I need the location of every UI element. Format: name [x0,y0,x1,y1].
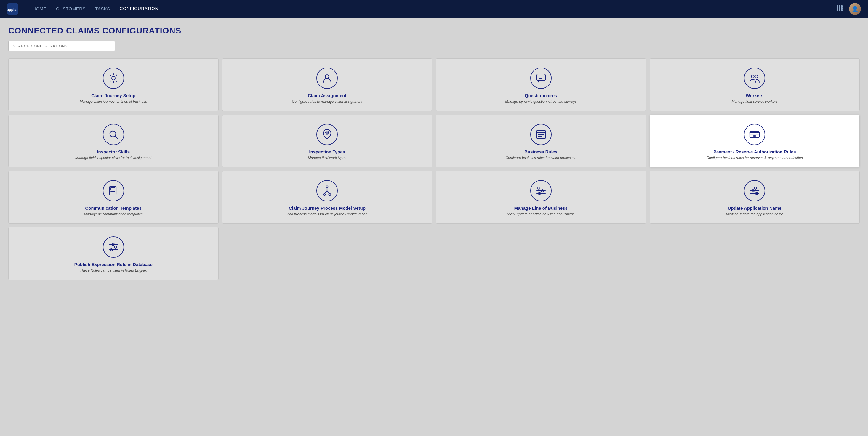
card-inspection-types[interactable]: Inspection TypesManage field work types [222,115,433,167]
navbar: appian HOME CUSTOMERS TASKS CONFIGURATIO… [0,0,868,18]
card-title-claim-journey-process: Claim Journey Process Model Setup [289,206,366,211]
svg-rect-9 [839,9,840,11]
workers-icon [744,67,765,89]
card-claim-assignment[interactable]: Claim AssignmentConfigure rules to manag… [222,58,433,111]
card-manage-lob[interactable]: Manage Line of BusinessView, update or a… [436,171,646,224]
card-desc-publish-expression: These Rules can be used in Rules Engine. [80,268,147,273]
svg-rect-5 [837,7,838,9]
card-desc-claim-journey-process: Add process models for claim journey con… [287,212,367,216]
svg-point-14 [751,75,754,78]
svg-point-12 [325,75,329,78]
avatar[interactable]: 👤 [849,3,861,15]
card-title-inspection-types: Inspection Types [309,149,345,154]
nav-tasks[interactable]: TASKS [95,6,110,12]
nav-customers[interactable]: CUSTOMERS [56,6,86,12]
card-claim-journey-process[interactable]: Claim Journey Process Model SetupAdd pro… [222,171,433,224]
svg-rect-22 [750,133,759,134]
card-title-questionnaires: Questionnaires [525,93,557,98]
card-claim-journey-setup[interactable]: Claim Journey SetupManage claim journey … [8,58,219,111]
card-publish-expression[interactable]: Publish Expression Rule in DatabaseThese… [8,227,219,280]
card-desc-payment-reserve: Configure busines rules for reserves & p… [707,156,803,160]
card-desc-claim-journey-setup: Manage claim journey for lines of busine… [80,99,147,104]
sliders-icon [530,180,552,201]
svg-rect-8 [837,9,838,11]
svg-rect-25 [111,187,115,190]
card-desc-update-app-name: View or update the application name [726,212,783,216]
card-title-claim-assignment: Claim Assignment [308,93,346,98]
search-icon [103,124,124,145]
card-desc-manage-lob: View, update or add a new line of busine… [507,212,575,216]
nav-configuration[interactable]: CONFIGURATION [120,6,158,12]
card-title-inspector-skills: Inspector Skills [97,149,130,154]
payment-icon [744,124,765,145]
card-title-communication-templates: Communication Templates [85,206,142,211]
card-desc-claim-assignment: Configure rules to manage claim assignme… [292,99,362,104]
card-title-publish-expression: Publish Expression Rule in Database [74,262,153,267]
card-payment-reserve[interactable]: Payment / Reserve Authorization RulesCon… [650,115,860,167]
svg-point-15 [755,75,758,78]
card-desc-communication-templates: Manage all communication templates [84,212,143,216]
card-questionnaires[interactable]: QuestionnairesManage dynamic questionnai… [436,58,646,111]
nav-links: HOME CUSTOMERS TASKS CONFIGURATION [33,6,827,12]
cards-grid: Claim Journey SetupManage claim journey … [8,58,860,280]
card-title-workers: Workers [746,93,764,98]
chat-icon [530,67,552,89]
svg-rect-7 [841,7,842,9]
nav-home[interactable]: HOME [33,6,46,12]
template-icon [103,180,124,201]
card-title-update-app-name: Update Application Name [728,206,781,211]
svg-rect-6 [839,7,840,9]
svg-rect-2 [837,5,838,7]
card-title-claim-journey-setup: Claim Journey Setup [91,93,135,98]
svg-text:appian: appian [7,8,19,12]
search-input[interactable] [8,41,115,51]
page-title: CONNECTED CLAIMS CONFIGURATIONS [8,26,860,35]
card-desc-workers: Manage field service workers [732,99,778,104]
person-pin-icon [316,124,338,145]
card-business-rules[interactable]: Business RulesConfigure business rules f… [436,115,646,167]
svg-point-16 [110,131,116,137]
fork-icon [316,180,338,201]
person-icon [316,67,338,89]
sliders3-icon [103,237,124,258]
sliders2-icon [744,180,765,201]
appian-logo[interactable]: appian [7,3,19,14]
card-title-payment-reserve: Payment / Reserve Authorization Rules [713,149,796,154]
card-workers[interactable]: WorkersManage field service workers [650,58,860,111]
page-container: CONNECTED CLAIMS CONFIGURATIONS Claim Jo… [0,18,868,436]
card-inspector-skills[interactable]: Inspector SkillsManage field inspector s… [8,115,219,167]
nav-right: 👤 [836,3,861,15]
svg-point-11 [112,76,115,80]
card-communication-templates[interactable]: Communication TemplatesManage all commun… [8,171,219,224]
card-desc-inspector-skills: Manage field inspector skills for task a… [75,156,151,160]
card-desc-questionnaires: Manage dynamic questionnaires and survey… [505,99,577,104]
svg-rect-3 [839,5,840,7]
card-title-manage-lob: Manage Line of Business [514,206,568,211]
card-desc-business-rules: Configure business rules for claim proce… [505,156,576,160]
svg-rect-10 [841,9,842,11]
gear-icon [103,67,124,89]
card-desc-inspection-types: Manage field work types [308,156,346,160]
svg-rect-20 [536,130,546,132]
svg-rect-4 [841,5,842,7]
grid-icon[interactable] [836,4,843,13]
list-icon [530,124,552,145]
card-title-business-rules: Business Rules [524,149,558,154]
card-update-app-name[interactable]: Update Application NameView or update th… [650,171,860,224]
